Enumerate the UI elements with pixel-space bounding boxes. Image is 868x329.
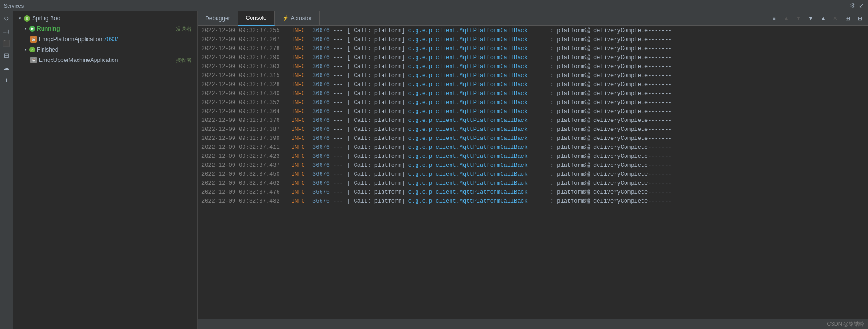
tree-item-emqx-upper[interactable]: ☕ EmqxUpperMachineApplication 接收者 bbox=[13, 55, 197, 65]
scroll-up2-button[interactable]: ▲ bbox=[818, 13, 828, 24]
finished-icon: ✓ bbox=[29, 47, 35, 52]
log-pid: 36676 bbox=[312, 80, 333, 89]
console-output[interactable]: 2022-12-09 09:32:37.255 INFO 36676 --- [… bbox=[198, 26, 868, 319]
log-sep: --- bbox=[333, 143, 347, 152]
tree-item-finished[interactable]: ✓ Finished bbox=[13, 44, 197, 55]
log-line: 2022-12-09 09:32:37.376 INFO 36676 --- [… bbox=[198, 116, 868, 125]
menu-button[interactable]: ≡ bbox=[769, 13, 779, 24]
log-line: 2022-12-09 09:32:37.450 INFO 36676 --- [… bbox=[198, 170, 868, 179]
log-class: c.g.e.p.client.MqttPlatformCallBack bbox=[408, 71, 550, 80]
log-timestamp: 2022-12-09 09:32:37.423 bbox=[201, 152, 291, 161]
stop-all-button[interactable]: ≡↓ bbox=[1, 26, 12, 36]
settings-icon[interactable]: ⚙ bbox=[850, 2, 855, 9]
log-level: INFO bbox=[291, 134, 312, 143]
log-pid: 36676 bbox=[312, 125, 333, 134]
emqx-platform-port[interactable]: :7093/ bbox=[102, 36, 118, 43]
log-class: c.g.e.p.client.MqttPlatformCallBack bbox=[408, 26, 550, 35]
log-timestamp: 2022-12-09 09:32:37.255 bbox=[201, 26, 291, 35]
log-pid: 36676 bbox=[312, 107, 333, 116]
scroll-down-button[interactable]: ▼ bbox=[793, 13, 804, 24]
log-sep: --- bbox=[333, 107, 347, 116]
scroll-down2-button[interactable]: ▼ bbox=[806, 13, 816, 24]
scroll-up-button[interactable]: ▲ bbox=[781, 13, 791, 24]
log-level: INFO bbox=[291, 80, 312, 89]
wind-button[interactable]: ☁ bbox=[1, 62, 12, 73]
tree-item-emqx-platform[interactable]: ☕ EmqxPlatformApplication :7093/ bbox=[13, 34, 197, 44]
log-timestamp: 2022-12-09 09:32:37.290 bbox=[201, 53, 291, 62]
log-class: c.g.e.p.client.MqttPlatformCallBack bbox=[408, 179, 550, 188]
stop-button[interactable]: ⬛ bbox=[1, 38, 12, 48]
running-label: Running bbox=[37, 26, 60, 32]
log-level: INFO bbox=[291, 152, 312, 161]
log-pid: 36676 bbox=[312, 116, 333, 125]
log-message: : platform端 deliveryComplete------- bbox=[550, 161, 672, 170]
tree-item-springboot[interactable]: S Spring Boot bbox=[13, 13, 197, 24]
log-line: 2022-12-09 09:32:37.315 INFO 36676 --- [… bbox=[198, 71, 868, 80]
grid2-button[interactable]: ⊟ bbox=[855, 13, 865, 24]
log-level: INFO bbox=[291, 62, 312, 71]
log-line: 2022-12-09 09:32:37.399 INFO 36676 --- [… bbox=[198, 134, 868, 143]
log-thread: [ Call: platform] bbox=[347, 152, 408, 161]
log-thread: [ Call: platform] bbox=[347, 98, 408, 107]
emqx-upper-label: EmqxUpperMachineApplication bbox=[39, 57, 118, 63]
log-level: INFO bbox=[291, 179, 312, 188]
log-timestamp: 2022-12-09 09:32:37.267 bbox=[201, 35, 291, 44]
tree-item-running[interactable]: ▶ Running 发送者 bbox=[13, 24, 197, 34]
log-sep: --- bbox=[333, 116, 347, 125]
log-thread: [ Call: platform] bbox=[347, 197, 408, 206]
log-thread: [ Call: platform] bbox=[347, 179, 408, 188]
log-message: : platform端 deliveryComplete------- bbox=[550, 197, 672, 206]
log-timestamp: 2022-12-09 09:32:37.315 bbox=[201, 71, 291, 80]
log-message: : platform端 deliveryComplete------- bbox=[550, 143, 672, 152]
log-message: : platform端 deliveryComplete------- bbox=[550, 62, 672, 71]
tab-debugger[interactable]: Debugger bbox=[198, 11, 238, 25]
log-thread: [ Call: platform] bbox=[347, 62, 408, 71]
log-message: : platform端 deliveryComplete------- bbox=[550, 188, 672, 197]
log-line: 2022-12-09 09:32:37.482 INFO 36676 --- [… bbox=[198, 197, 868, 206]
log-pid: 36676 bbox=[312, 161, 333, 170]
log-thread: [ Call: platform] bbox=[347, 71, 408, 80]
log-thread: [ Call: platform] bbox=[347, 44, 408, 53]
services-panel: S Spring Boot ▶ Running 发送者 ☕ EmqxPlatfo… bbox=[13, 11, 198, 329]
log-thread: [ Call: platform] bbox=[347, 89, 408, 98]
log-class: c.g.e.p.client.MqttPlatformCallBack bbox=[408, 89, 550, 98]
log-class: c.g.e.p.client.MqttPlatformCallBack bbox=[408, 152, 550, 161]
emqx-platform-label: EmqxPlatformApplication bbox=[39, 36, 102, 43]
grid1-button[interactable]: ⊞ bbox=[842, 13, 853, 24]
log-class: c.g.e.p.client.MqttPlatformCallBack bbox=[408, 197, 550, 206]
main-container: ↺ ≡↓ ⬛ ⊟ ☁ + S Spring Boot ▶ Running 发送者 bbox=[0, 11, 868, 329]
debugger-label: Debugger bbox=[205, 15, 230, 22]
add-button[interactable]: + bbox=[1, 75, 12, 85]
log-thread: [ Call: platform] bbox=[347, 26, 408, 35]
log-timestamp: 2022-12-09 09:32:37.476 bbox=[201, 188, 291, 197]
clear-button[interactable]: ✕ bbox=[830, 13, 841, 24]
log-sep: --- bbox=[333, 188, 347, 197]
tab-console[interactable]: Console bbox=[238, 11, 275, 26]
log-class: c.g.e.p.client.MqttPlatformCallBack bbox=[408, 53, 550, 62]
log-pid: 36676 bbox=[312, 98, 333, 107]
log-timestamp: 2022-12-09 09:32:37.278 bbox=[201, 44, 291, 53]
log-sep: --- bbox=[333, 26, 347, 35]
log-class: c.g.e.p.client.MqttPlatformCallBack bbox=[408, 35, 550, 44]
springboot-icon: S bbox=[24, 15, 30, 22]
log-level: INFO bbox=[291, 197, 312, 206]
log-line: 2022-12-09 09:32:37.278 INFO 36676 --- [… bbox=[198, 44, 868, 53]
rerun-button[interactable]: ↺ bbox=[1, 13, 12, 24]
log-message: : platform端 deliveryComplete------- bbox=[550, 107, 672, 116]
log-line: 2022-12-09 09:32:37.340 INFO 36676 --- [… bbox=[198, 89, 868, 98]
log-sep: --- bbox=[333, 35, 347, 44]
log-message: : platform端 deliveryComplete------- bbox=[550, 53, 672, 62]
filter-button[interactable]: ⊟ bbox=[1, 50, 12, 61]
log-pid: 36676 bbox=[312, 143, 333, 152]
tab-actuator[interactable]: ⚡ Actuator bbox=[275, 11, 320, 25]
expand-icon[interactable]: ⤢ bbox=[859, 2, 864, 9]
log-timestamp: 2022-12-09 09:32:37.328 bbox=[201, 80, 291, 89]
log-pid: 36676 bbox=[312, 152, 333, 161]
receiver-annotation: 接收者 bbox=[176, 57, 195, 64]
log-timestamp: 2022-12-09 09:32:37.340 bbox=[201, 89, 291, 98]
log-level: INFO bbox=[291, 170, 312, 179]
log-class: c.g.e.p.client.MqttPlatformCallBack bbox=[408, 188, 550, 197]
title-bar-actions: ⚙ ⤢ bbox=[850, 2, 864, 9]
log-thread: [ Call: platform] bbox=[347, 80, 408, 89]
log-pid: 36676 bbox=[312, 134, 333, 143]
